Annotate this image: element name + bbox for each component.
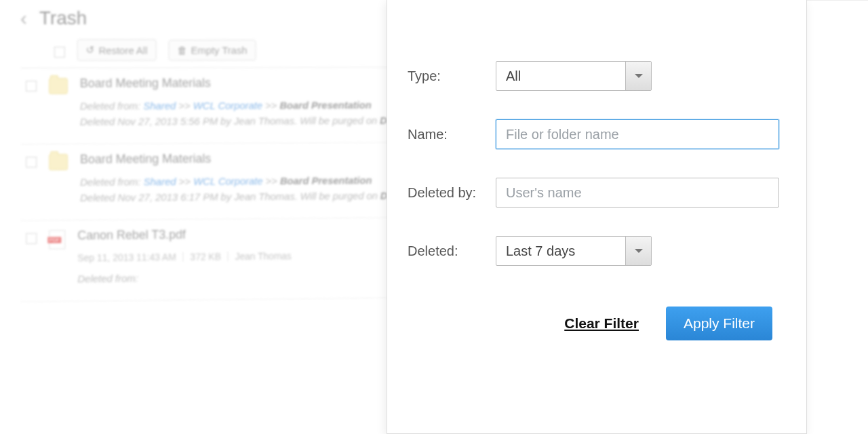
path-link[interactable]: Shared xyxy=(144,176,176,187)
type-select[interactable]: All xyxy=(496,61,652,91)
chevron-down-icon xyxy=(625,237,651,265)
type-label: Type: xyxy=(408,68,496,84)
deleted-by-input[interactable] xyxy=(496,178,779,208)
filter-row-name: Name: xyxy=(408,119,779,149)
deleted-select-value: Last 7 days xyxy=(496,243,585,259)
filter-row-deleted-by: Deleted by: xyxy=(408,178,779,208)
folder-icon xyxy=(49,78,68,94)
page-edge xyxy=(806,0,868,434)
name-label: Name: xyxy=(408,127,496,142)
filter-actions: Clear Filter Apply Filter xyxy=(408,307,779,340)
row-checkbox[interactable] xyxy=(26,157,37,167)
row-checkbox[interactable] xyxy=(26,233,37,244)
path-link[interactable]: WCL Corporate xyxy=(193,100,262,111)
filter-panel: Type: All Name: Deleted by: Deleted: Las… xyxy=(387,0,807,434)
name-input[interactable] xyxy=(496,119,779,149)
path-link[interactable]: WCL Corporate xyxy=(193,175,262,187)
restore-all-button[interactable]: ↺ Restore All xyxy=(77,39,157,61)
empty-trash-label: Empty Trash xyxy=(191,44,248,56)
apply-filter-button[interactable]: Apply Filter xyxy=(666,307,772,340)
folder-icon xyxy=(49,154,68,170)
chevron-down-icon xyxy=(625,62,651,90)
path-link[interactable]: Shared xyxy=(143,100,176,111)
clear-filter-button[interactable]: Clear Filter xyxy=(564,315,639,332)
deleted-by-label: Deleted by: xyxy=(408,185,496,201)
pdf-icon: PDF xyxy=(49,230,65,249)
deleted-select[interactable]: Last 7 days xyxy=(496,236,652,266)
restore-all-label: Restore All xyxy=(98,44,147,56)
trash-icon: 🗑 xyxy=(177,44,187,56)
page-title: Trash xyxy=(39,7,87,29)
type-select-value: All xyxy=(496,68,530,84)
row-checkbox[interactable] xyxy=(26,81,37,92)
back-icon[interactable]: ‹ xyxy=(20,7,27,30)
select-all-checkbox[interactable] xyxy=(54,47,65,58)
path-link[interactable]: Board Presentation xyxy=(279,99,371,111)
path-link[interactable]: Board Presentation xyxy=(280,174,372,186)
filter-row-deleted: Deleted: Last 7 days xyxy=(408,236,779,266)
undo-icon: ↺ xyxy=(86,44,95,56)
deleted-label: Deleted: xyxy=(408,243,496,259)
filter-row-type: Type: All xyxy=(408,61,779,91)
empty-trash-button[interactable]: 🗑 Empty Trash xyxy=(168,39,256,60)
